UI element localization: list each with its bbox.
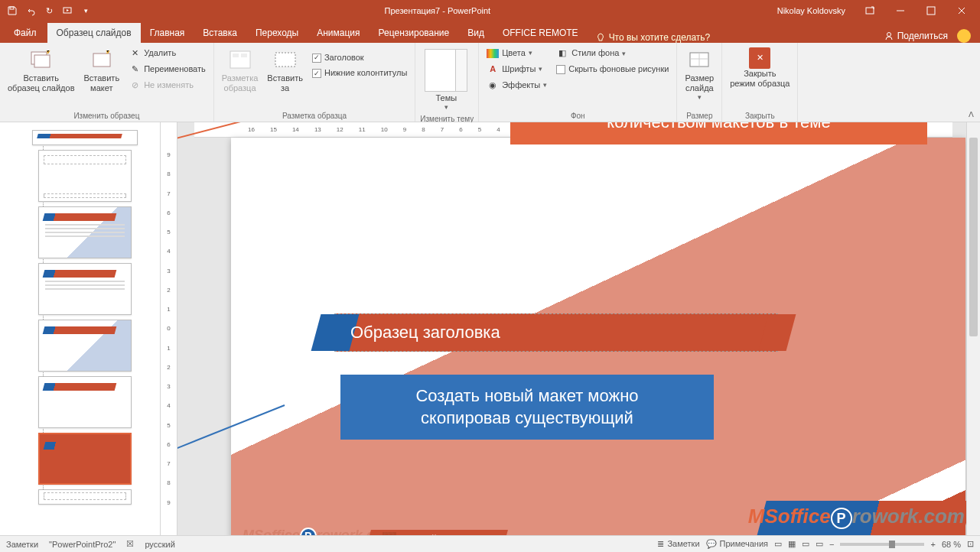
- comment-icon: 💬: [706, 539, 717, 549]
- hide-bg-checkbox[interactable]: Скрыть фоновые рисунки: [553, 62, 672, 76]
- vertical-scrollbar[interactable]: [966, 122, 980, 535]
- user-name[interactable]: Nikolay Koldovsky: [777, 6, 845, 15]
- preserve-icon: ⊘: [129, 80, 141, 92]
- qat-more-icon[interactable]: ▾: [77, 2, 95, 20]
- spellcheck-icon[interactable]: ☒: [126, 539, 134, 549]
- notes-button[interactable]: ≣Заметки: [657, 539, 699, 549]
- title-checkbox[interactable]: Заголовок: [309, 50, 410, 65]
- maximize-icon[interactable]: [916, 0, 946, 21]
- master-layout-button[interactable]: Разметка образца: [219, 46, 262, 95]
- thumb-layout-2[interactable]: [38, 206, 132, 258]
- svg-rect-10: [241, 54, 247, 57]
- callout-orange: Создать чистый новый макет. Пользователь…: [510, 122, 927, 144]
- ribbon-display-icon[interactable]: [855, 0, 885, 21]
- zoom-out-icon[interactable]: −: [829, 540, 834, 549]
- theme-status[interactable]: "PowerPointPro2": [49, 540, 116, 549]
- svg-rect-6: [34, 55, 50, 67]
- language-status[interactable]: русский: [145, 540, 174, 549]
- canvas[interactable]: 1615141312111098765432101234567891011121…: [177, 122, 966, 535]
- save-icon[interactable]: [3, 2, 21, 20]
- slide[interactable]: Образец заголовка Создать чистый новый м…: [231, 138, 965, 535]
- share-button[interactable]: Поделиться: [884, 31, 948, 41]
- lightbulb-icon: [595, 32, 606, 43]
- tab-view[interactable]: Вид: [458, 23, 493, 43]
- slide-size-button[interactable]: Размер слайда: [682, 46, 717, 103]
- start-show-icon[interactable]: [58, 2, 77, 20]
- notes-icon: ≣: [657, 539, 664, 549]
- notes-status[interactable]: Заметки: [6, 540, 38, 549]
- tell-me-search[interactable]: Что вы хотите сделать?: [595, 32, 711, 43]
- insert-slide-master-button[interactable]: Вставить образец слайдов: [5, 46, 77, 95]
- doc-name: Презентация7: [385, 6, 441, 15]
- thumb-layout-selected[interactable]: [38, 433, 132, 485]
- normal-view-icon[interactable]: ▭: [774, 539, 782, 549]
- thumbnail-pane[interactable]: [0, 122, 161, 535]
- edit-area: 9876543210123456789 16151413121110987654…: [161, 122, 980, 535]
- thumb-master[interactable]: [32, 130, 138, 145]
- ribbon-tabs: Файл Образец слайдов Главная Вставка Пер…: [0, 21, 980, 43]
- status-bar: Заметки "PowerPointPro2" ☒ русский ≣Заме…: [0, 535, 980, 552]
- zoom-slider[interactable]: [840, 543, 924, 546]
- tab-file[interactable]: Файл: [3, 23, 47, 43]
- fonts-button[interactable]: AШрифты: [483, 61, 550, 76]
- slide-master-icon: [29, 47, 54, 72]
- delete-button[interactable]: ✕Удалить: [125, 46, 209, 61]
- smiley-icon[interactable]: [957, 29, 971, 43]
- reading-view-icon[interactable]: ▭: [802, 539, 809, 549]
- redo-icon[interactable]: ↻: [40, 2, 58, 20]
- thumb-layout-3[interactable]: [38, 263, 132, 315]
- title-placeholder[interactable]: Образец заголовка: [334, 313, 778, 352]
- placeholder-icon: [273, 47, 298, 72]
- collapse-ribbon-icon[interactable]: ᐱ: [969, 110, 974, 119]
- tab-insert[interactable]: Вставка: [194, 23, 246, 43]
- insert-placeholder-button[interactable]: Вставить за: [264, 46, 306, 95]
- themes-gallery-icon: [425, 49, 467, 92]
- watermark-big: MSofficeProwork.com: [748, 505, 965, 530]
- watermark-small: MSofficeProwork.com: [243, 528, 395, 535]
- group-close: ✕ Закрыть режим образца Закрыть: [722, 43, 798, 122]
- group-size: Размер слайда Размер: [677, 43, 722, 122]
- thumb-layout-1[interactable]: [38, 150, 132, 202]
- insert-layout-icon: [90, 47, 114, 72]
- tab-transitions[interactable]: Переходы: [246, 23, 308, 43]
- delete-icon: ✕: [129, 47, 141, 60]
- zoom-in-icon[interactable]: +: [930, 540, 935, 549]
- undo-icon[interactable]: [21, 2, 40, 20]
- colors-icon: [487, 49, 499, 58]
- preserve-button[interactable]: ⊘Не изменять: [125, 78, 209, 93]
- close-icon[interactable]: [946, 0, 977, 21]
- svg-rect-3: [927, 7, 935, 15]
- tab-animations[interactable]: Анимация: [308, 23, 369, 43]
- group-master-layout: Разметка образца Вставить за Заголовок Н…: [214, 43, 416, 122]
- close-master-icon: ✕: [749, 47, 770, 69]
- layout-icon: [228, 47, 252, 72]
- tab-slide-master[interactable]: Образец слайдов: [47, 23, 141, 43]
- slideshow-view-icon[interactable]: ▭: [816, 539, 823, 549]
- tab-review[interactable]: Рецензирование: [370, 23, 459, 43]
- svg-rect-2: [866, 8, 874, 14]
- rename-icon: ✎: [129, 63, 141, 76]
- group-label: Изменить образец: [5, 110, 209, 120]
- rename-button[interactable]: ✎Переименовать: [125, 62, 209, 77]
- sorter-view-icon[interactable]: ▦: [788, 539, 796, 549]
- footers-checkbox[interactable]: Нижние колонтитулы: [309, 66, 410, 80]
- zoom-level[interactable]: 68 %: [942, 540, 961, 549]
- group-edit-theme: Темы Изменить тему: [415, 43, 479, 122]
- effects-button[interactable]: ◉Эффекты: [483, 77, 550, 93]
- comments-button[interactable]: 💬Примечания: [706, 539, 769, 549]
- close-master-button[interactable]: ✕ Закрыть режим образца: [727, 46, 793, 90]
- thumb-layout-7[interactable]: [38, 489, 132, 505]
- group-background: Цвета AШрифты ◉Эффекты ◧Стили фона Скрыт…: [479, 43, 677, 122]
- minimize-icon[interactable]: [885, 0, 916, 21]
- fit-window-icon[interactable]: ⊡: [967, 539, 974, 549]
- bg-styles-button[interactable]: ◧Стили фона: [553, 46, 672, 61]
- themes-button[interactable]: Темы: [420, 46, 472, 113]
- share-icon: [884, 31, 894, 41]
- tab-home[interactable]: Главная: [141, 23, 194, 43]
- thumb-layout-5[interactable]: [38, 376, 132, 428]
- window-title: Презентация7 - PowerPoint: [98, 6, 777, 15]
- colors-button[interactable]: Цвета: [483, 46, 550, 60]
- thumb-layout-4[interactable]: [38, 320, 132, 372]
- tab-office-remote[interactable]: OFFICE REMOTE: [493, 23, 588, 43]
- insert-layout-button[interactable]: Вставить макет: [80, 46, 122, 95]
